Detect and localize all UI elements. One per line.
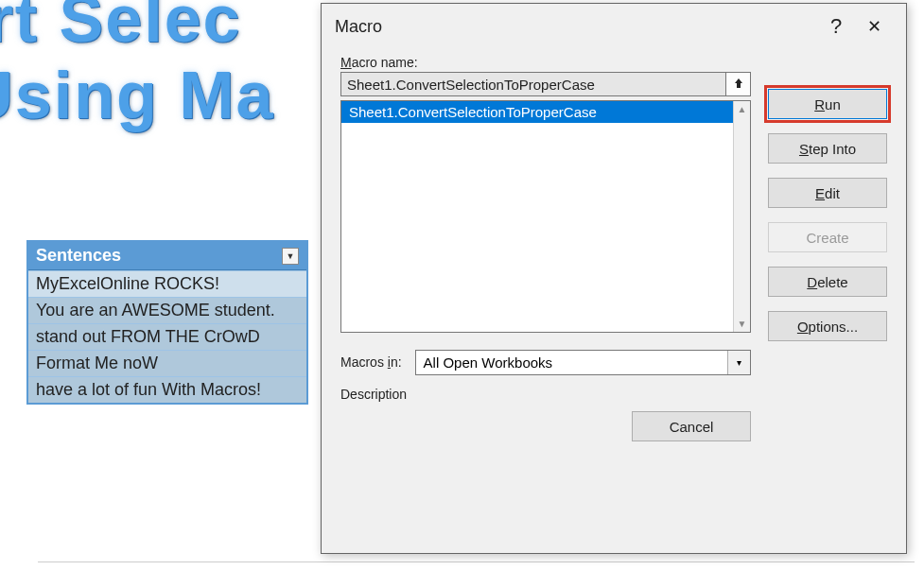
run-button[interactable]: Run [768,89,887,119]
close-button[interactable]: ✕ [855,11,893,42]
table-header: Sentences ▼ [28,242,306,270]
macro-dialog: Macro ? ✕ Macro name: [321,3,907,554]
scroll-up-icon: ▲ [738,104,747,114]
reference-picker-button[interactable] [726,72,751,96]
dialog-title: Macro [335,17,382,37]
table-row[interactable]: stand out FROM THE CrOwD [28,323,306,350]
table-row[interactable]: Format Me noW [28,350,306,376]
close-icon: ✕ [867,16,881,37]
table-row[interactable]: have a lot of fun With Macros! [28,376,306,403]
chevron-down-icon: ▾ [727,351,750,374]
help-button[interactable]: ? [817,11,855,42]
macro-name-label: Macro name: [340,55,887,70]
scroll-down-icon: ▼ [738,319,747,329]
macros-in-label: Macros in: [340,354,402,370]
dialog-body: Macro name: Sheet1.Conve [322,49,906,553]
table-row[interactable]: You are an AWESOME student. [28,297,306,323]
sentences-table: Sentences ▼ MyExcelOnline ROCKS! You are… [26,240,308,405]
up-arrow-icon [732,77,745,93]
create-button: Create [768,222,887,252]
table-header-text: Sentences [36,246,121,266]
help-icon: ? [830,14,842,39]
chevron-down-icon: ▼ [287,251,295,261]
options-button[interactable]: Options... [768,311,887,341]
background-title-line2: se Using Ma [0,58,340,134]
step-into-button[interactable]: Step Into [768,133,887,164]
macro-list[interactable]: Sheet1.ConvertSelectionToProperCase ▲ ▼ [340,100,751,333]
delete-button[interactable]: Delete [768,267,887,297]
filter-dropdown-button[interactable]: ▼ [282,248,299,265]
scrollbar[interactable]: ▲ ▼ [733,101,750,332]
title-bar: Macro ? ✕ [322,4,906,49]
macros-in-dropdown[interactable]: All Open Workbooks ▾ [415,350,751,375]
description-label: Description [340,387,751,402]
table-row[interactable]: MyExcelOnline ROCKS! [28,270,306,297]
edit-button[interactable]: Edit [768,178,887,208]
background-title-line1: nvert Selec [0,0,340,58]
macro-list-item[interactable]: Sheet1.ConvertSelectionToProperCase [341,101,733,123]
cancel-button[interactable]: Cancel [632,411,751,441]
macros-in-value: All Open Workbooks [416,354,560,371]
dialog-button-column: Run Step Into Edit Create Delete Options… [768,72,887,441]
macro-name-input[interactable] [340,72,726,96]
divider [38,561,915,562]
background-title: nvert Selec se Using Ma [0,0,340,133]
